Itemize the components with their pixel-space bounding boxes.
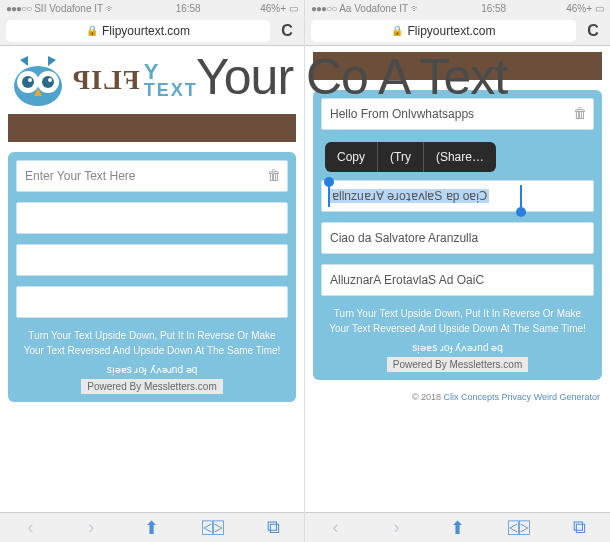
- flip-card: Hello From Onlvwhatsapps 🗑 Copy (Try (Sh…: [313, 90, 602, 380]
- ytext-logo: Y TEXT: [144, 62, 198, 98]
- ideas-link[interactable]: sᴉǝɐs ɹoɟ ʎʌǝɹnd ǝq: [321, 342, 594, 353]
- popup-spacer: Copy (Try (Share…: [321, 140, 594, 180]
- address-bar: 🔒 Flipyourtext.com C: [0, 16, 304, 46]
- flip-card: Enter Your Text Here 🗑 Turn Your Text Up…: [8, 152, 296, 402]
- info-text: Turn Your Text Upside Down, Put It In Re…: [321, 306, 594, 336]
- info-text: Turn Your Text Upside Down, Put It In Re…: [16, 328, 288, 358]
- selection-bar-left: [328, 185, 330, 207]
- lock-icon: 🔒: [391, 25, 403, 36]
- share-button[interactable]: ⬆︎: [443, 517, 473, 539]
- overlay-title: Your Co A Text: [196, 48, 507, 106]
- battery-label: 46%+: [260, 3, 286, 14]
- address-bar: 🔒 Flipyourtext.com C: [305, 16, 610, 46]
- status-bar: ●●●○○ SII Vodafone IT ᯤ 16:58 46%+ ▭: [0, 0, 304, 16]
- nav-bar: [8, 114, 296, 142]
- output-row-3[interactable]: AlluznarA ErotavlaS Ad OaiC: [321, 264, 594, 296]
- wifi-icon: ᯤ: [106, 3, 116, 14]
- svg-point-4: [42, 76, 54, 88]
- bookmarks-button[interactable]: ⍃⍄: [504, 517, 534, 538]
- svg-point-3: [22, 76, 34, 88]
- share-button[interactable]: ⬆︎: [137, 517, 167, 539]
- refresh-button[interactable]: C: [276, 20, 298, 42]
- privacy-link[interactable]: Privacy: [502, 392, 532, 402]
- status-bar: ●●●○○ Aa Vodafone IT ᯤ 16:58 46%+ ▭: [305, 0, 610, 16]
- page-content: FLIP Y TEXT Enter Your Text Here 🗑 Turn …: [0, 46, 304, 512]
- battery-icon: ▭: [595, 3, 604, 14]
- battery-label: 46%+: [566, 3, 592, 14]
- selection-bar-right: [520, 185, 522, 207]
- flip-logo-text: FLIP: [72, 64, 140, 96]
- svg-point-5: [28, 78, 32, 82]
- placeholder-text: Enter Your Text Here: [25, 169, 136, 183]
- output-row-2[interactable]: Ciao da Salvatore Aranzulla: [321, 222, 594, 254]
- selection-handle-right-icon[interactable]: [516, 207, 526, 217]
- ideas-link[interactable]: sᴉǝɐs ɹoɟ ʎʌǝɹnd ǝq: [16, 364, 288, 375]
- back-button[interactable]: ‹: [321, 517, 351, 538]
- owl-logo-icon: [8, 52, 68, 108]
- copy-button[interactable]: Copy: [325, 142, 378, 172]
- footer-credits: © 2018 Clix Concepts Privacy Weird Gener…: [305, 390, 610, 404]
- output-row-3[interactable]: [16, 286, 288, 318]
- trash-icon[interactable]: 🗑: [573, 105, 587, 121]
- svg-point-6: [48, 78, 52, 82]
- bookmarks-button[interactable]: ⍃⍄: [198, 517, 228, 538]
- signal-icon: ●●●○○: [311, 3, 336, 14]
- powered-by[interactable]: Powered By Messletters.com: [387, 357, 529, 372]
- output-row-1[interactable]: ɐllnzuɐɹ∀ ǝɹoʇɐʌlɐS ɐp oɐᴉƆ: [321, 180, 594, 212]
- output-row-2[interactable]: [16, 244, 288, 276]
- carrier-label: SII Vodafone IT: [34, 3, 103, 14]
- carrier-label: Aa Vodafone IT: [339, 3, 408, 14]
- safari-toolbar: ‹ › ⬆︎ ⍃⍄ ⧉: [305, 512, 610, 542]
- url-text: Flipyourtext.com: [407, 24, 495, 38]
- forward-button[interactable]: ›: [76, 517, 106, 538]
- clock: 16:58: [481, 3, 506, 14]
- clock: 16:58: [176, 3, 201, 14]
- back-button[interactable]: ‹: [15, 517, 45, 538]
- try-button[interactable]: (Try: [378, 142, 424, 172]
- tabs-button[interactable]: ⧉: [259, 517, 289, 538]
- battery-icon: ▭: [289, 3, 298, 14]
- page-content: Hello From Onlvwhatsapps 🗑 Copy (Try (Sh…: [305, 46, 610, 512]
- selected-text: ɐllnzuɐɹ∀ ǝɹoʇɐʌlɐS ɐp oɐᴉƆ: [330, 189, 489, 203]
- forward-button[interactable]: ›: [382, 517, 412, 538]
- weird-link[interactable]: Weird Generator: [534, 392, 600, 402]
- trash-icon[interactable]: 🗑: [267, 167, 281, 183]
- refresh-button[interactable]: C: [582, 20, 604, 42]
- wifi-icon: ᯤ: [411, 3, 421, 14]
- address-field[interactable]: 🔒 Flipyourtext.com: [6, 20, 270, 42]
- tabs-button[interactable]: ⧉: [565, 517, 595, 538]
- powered-by[interactable]: Powered By Messletters.com: [81, 379, 223, 394]
- text-input[interactable]: Enter Your Text Here 🗑: [16, 160, 288, 192]
- output-row-1[interactable]: [16, 202, 288, 234]
- signal-icon: ●●●○○: [6, 3, 31, 14]
- clix-link[interactable]: Clix Concepts: [444, 392, 500, 402]
- share-button[interactable]: (Share…: [424, 142, 496, 172]
- url-text: Flipyourtext.com: [102, 24, 190, 38]
- input-value: Hello From Onlvwhatsapps: [330, 107, 474, 121]
- safari-toolbar: ‹ › ⬆︎ ⍃⍄ ⧉: [0, 512, 304, 542]
- address-field[interactable]: 🔒 Flipyourtext.com: [311, 20, 576, 42]
- selection-popup: Copy (Try (Share…: [325, 142, 496, 172]
- lock-icon: 🔒: [86, 25, 98, 36]
